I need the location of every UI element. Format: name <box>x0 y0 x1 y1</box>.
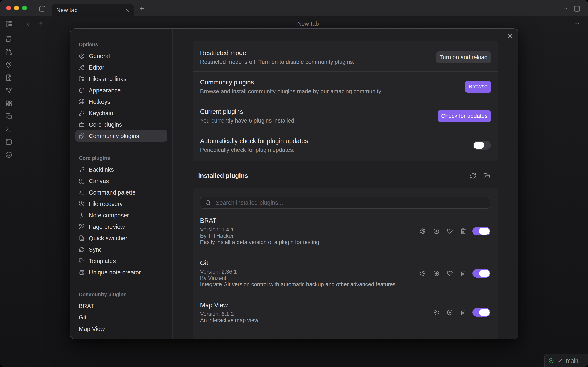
tab-list-button[interactable] <box>561 4 570 13</box>
copy-icon[interactable] <box>5 113 12 120</box>
setting-desc: Restricted mode is off. Turn on to disab… <box>200 58 428 66</box>
sidebar-item-quick-switcher[interactable]: Quick switcher <box>75 233 167 244</box>
layout-grid-icon <box>79 178 85 184</box>
sidebar-item-appearance[interactable]: Appearance <box>75 85 167 96</box>
folder-open-icon[interactable] <box>484 173 490 179</box>
command-icon <box>79 99 85 105</box>
layout-list-icon[interactable] <box>5 20 12 27</box>
setting-current-plugins: Current plugins You currently have 6 plu… <box>193 101 498 130</box>
new-tab-button[interactable] <box>137 3 147 13</box>
trash-icon[interactable] <box>460 309 466 315</box>
sidebar-item-sync[interactable]: Sync <box>75 244 167 255</box>
sidebar-item-editor[interactable]: Editor <box>75 62 167 73</box>
browse-button[interactable]: Browse <box>465 81 491 93</box>
ribbon <box>0 16 18 367</box>
puzzle-icon <box>79 133 85 139</box>
plugin-row-map-view: Map View Version: 6.1.2 An interactive m… <box>193 294 498 330</box>
dice-icon[interactable] <box>5 138 12 145</box>
new-tab-stack-icon <box>79 269 85 275</box>
sidebar-item-file-recovery[interactable]: File recovery <box>75 198 167 210</box>
terminal-icon[interactable] <box>5 125 12 133</box>
search-input[interactable] <box>200 197 490 209</box>
tab-new-tab[interactable]: New tab <box>52 4 134 16</box>
file-search-icon[interactable] <box>5 74 12 81</box>
git-branch-label[interactable]: main <box>566 358 579 364</box>
trash-icon[interactable] <box>460 270 466 276</box>
sidebar-item-brat[interactable]: BRAT <box>75 300 167 312</box>
new-tab-stack-icon[interactable] <box>5 36 12 43</box>
briefcase-icon <box>79 122 85 127</box>
obsidian-window: New tab New tab <box>0 0 588 367</box>
auto-check-updates-toggle[interactable] <box>473 141 491 150</box>
sidebar-item-community-plugins[interactable]: Community plugins <box>75 130 167 142</box>
titlebar: New tab <box>0 0 588 16</box>
sidebar-item-hotkeys[interactable]: Hotkeys <box>75 96 167 108</box>
smile-icon[interactable] <box>5 151 12 158</box>
plugin-name: Map View <box>200 301 427 309</box>
search-icon <box>205 200 211 206</box>
minimize-window-button[interactable] <box>14 6 19 10</box>
plugin-desc: An interactive map view. <box>200 317 427 324</box>
pen-icon <box>79 65 85 70</box>
gear-icon[interactable] <box>420 270 426 276</box>
refresh-icon[interactable] <box>470 173 476 179</box>
scan-eye-icon <box>79 224 85 230</box>
sidebar-heading-core-plugins: Core plugins <box>79 155 167 161</box>
fork-icon[interactable] <box>5 87 12 94</box>
sidebar-item-unique-note-creator[interactable]: Unique note creator <box>75 267 167 278</box>
map-pin-icon[interactable] <box>5 61 12 68</box>
history-icon <box>79 201 85 207</box>
refresh-icon <box>79 247 85 252</box>
sidebar-item-canvas[interactable]: Canvas <box>75 175 167 187</box>
plus-circle-icon[interactable] <box>433 228 439 234</box>
sidebar-item-map-view[interactable]: Map View <box>75 323 167 334</box>
ellipsis-icon[interactable] <box>573 21 581 27</box>
sidebar-item-core-plugins[interactable]: Core plugins <box>75 119 167 130</box>
sidebar-item-note-composer[interactable]: Note composer <box>75 210 167 221</box>
sidebar-item-git[interactable]: Git <box>75 312 167 323</box>
close-window-button[interactable] <box>6 6 11 10</box>
check-icon[interactable] <box>557 358 562 363</box>
zoom-window-button[interactable] <box>22 6 27 10</box>
plugin-author: By Vinzent <box>200 275 414 281</box>
traffic-lights <box>6 6 27 10</box>
heart-icon[interactable] <box>447 270 453 276</box>
settings-modal: Options General Editor Files and links A… <box>70 28 518 340</box>
panel-left-icon <box>38 5 46 12</box>
file-search-icon <box>79 235 85 241</box>
setting-name: Current plugins <box>200 108 430 116</box>
user-circle-icon <box>79 53 85 59</box>
sidebar-item-general[interactable]: General <box>75 50 167 62</box>
git-pull-request-icon[interactable] <box>5 49 12 55</box>
sidebar-item-keychain[interactable]: Keychain <box>75 108 167 119</box>
sidebar-item-page-preview[interactable]: Page preview <box>75 221 167 233</box>
plugin-toggle[interactable] <box>472 308 490 317</box>
installed-plugins-header: Installed plugins <box>198 172 490 179</box>
check-circle-icon[interactable] <box>549 358 554 363</box>
left-sidebar-toggle-button[interactable] <box>38 4 47 13</box>
heart-icon[interactable] <box>447 228 453 234</box>
right-sidebar-toggle-button[interactable] <box>572 4 581 13</box>
setting-desc: Periodically check for plugin updates. <box>200 146 465 154</box>
sidebar-item-backlinks[interactable]: Backlinks <box>75 164 167 175</box>
gear-icon[interactable] <box>420 228 426 234</box>
setting-name: Restricted mode <box>200 49 428 57</box>
sidebar-item-files-and-links[interactable]: Files and links <box>75 73 167 85</box>
layout-grid-icon[interactable] <box>5 100 12 107</box>
check-for-updates-button[interactable]: Check for updates <box>438 110 491 122</box>
plus-circle-icon[interactable] <box>433 270 439 276</box>
trash-icon[interactable] <box>460 228 466 234</box>
gear-icon[interactable] <box>433 309 439 315</box>
modal-close-button[interactable] <box>505 31 515 41</box>
turn-on-and-reload-button[interactable]: Turn on and reload <box>436 51 491 63</box>
plugin-toggle[interactable] <box>472 269 490 278</box>
plugin-toggle[interactable] <box>472 227 490 235</box>
sidebar-item-command-palette[interactable]: Command palette <box>75 187 167 198</box>
x-icon[interactable] <box>125 8 130 13</box>
plugin-row-brat: BRAT Version: 1.4.1 By TfTHacker Easily … <box>193 210 498 252</box>
composer-icon <box>79 212 85 218</box>
plus-circle-icon[interactable] <box>447 309 453 315</box>
sidebar-item-templates[interactable]: Templates <box>75 255 167 267</box>
x-icon <box>507 33 513 39</box>
settings-group: Restricted mode Restricted mode is off. … <box>193 41 498 161</box>
